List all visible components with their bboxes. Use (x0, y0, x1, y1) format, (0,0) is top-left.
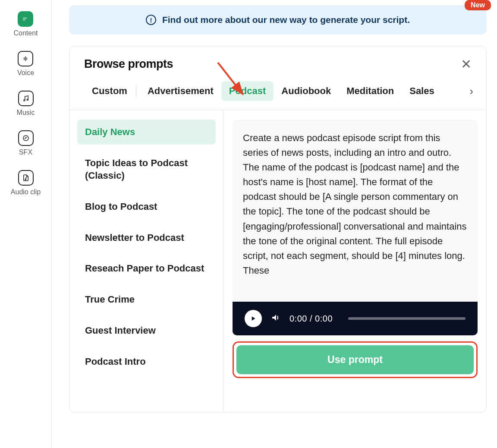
sidebar-item-voice[interactable]: Voice (17, 51, 34, 77)
modal-title: Browse prompts (84, 57, 173, 71)
sidebar-item-label: Audio clip (11, 188, 41, 196)
prompt-item-guest-interview[interactable]: Guest Interview (77, 318, 216, 343)
audioclip-icon (18, 170, 34, 186)
music-icon (18, 91, 34, 106)
prompt-item-podcast-intro[interactable]: Podcast Intro (77, 349, 216, 374)
audio-player: 0:00 / 0:00 (233, 302, 478, 335)
sfx-icon (18, 130, 34, 146)
sidebar-item-label: Music (17, 109, 35, 117)
svg-point-2 (23, 136, 28, 141)
prompt-item-daily-news[interactable]: Daily News (77, 120, 216, 145)
tabs-row: Custom Advertisement Podcast Audiobook M… (69, 81, 486, 110)
modal-body: Daily News Topic Ideas to Podcast (Class… (69, 110, 486, 412)
prompt-list: Daily News Topic Ideas to Podcast (Class… (69, 110, 224, 412)
prompt-item-true-crime[interactable]: True Crime (77, 287, 216, 312)
sidebar-item-content[interactable]: Content (13, 11, 38, 37)
voice-icon (18, 51, 33, 66)
svg-point-1 (27, 99, 28, 101)
prompt-detail: Create a news podcast episode script fro… (224, 110, 486, 412)
audio-progress[interactable] (348, 317, 466, 320)
sidebar-item-label: Voice (17, 69, 34, 77)
use-prompt-highlight: Use prompt (233, 341, 478, 378)
tab-advertisement[interactable]: Advertisement (140, 81, 221, 101)
tab-sales[interactable]: Sales (402, 81, 442, 101)
sidebar-item-label: Content (13, 29, 38, 37)
close-icon[interactable]: ✕ (461, 58, 472, 71)
tab-podcast[interactable]: Podcast (221, 81, 274, 101)
use-prompt-button[interactable]: Use prompt (236, 345, 474, 374)
prompt-item-research-paper[interactable]: Reseach Paper to Podcast (77, 256, 216, 281)
sidebar-item-sfx[interactable]: SFX (18, 130, 34, 156)
content-icon (18, 11, 33, 27)
sidebar: Content Voice Music SFX Audio clip (0, 0, 52, 448)
prompt-item-blog[interactable]: Blog to Podcast (77, 194, 216, 219)
svg-point-0 (23, 100, 25, 101)
prompt-item-topic-ideas[interactable]: Topic Ideas to Podcast (Classic) (77, 151, 216, 188)
tab-custom[interactable]: Custom (84, 81, 135, 101)
prompt-item-newsletter[interactable]: Newsletter to Podcast (77, 225, 216, 250)
tab-audiobook[interactable]: Audiobook (274, 81, 339, 101)
tab-meditation[interactable]: Meditation (339, 81, 402, 101)
browse-prompts-modal: Browse prompts ✕ Custom Advertisement Po… (69, 46, 487, 413)
info-icon: ! (146, 15, 156, 25)
prompt-preview: Create a news podcast episode script fro… (233, 120, 478, 335)
sidebar-item-music[interactable]: Music (17, 91, 35, 117)
sidebar-item-label: SFX (19, 148, 32, 156)
prompt-text: Create a news podcast episode script fro… (233, 120, 478, 302)
volume-icon[interactable] (271, 312, 281, 325)
sidebar-item-audioclip[interactable]: Audio clip (11, 170, 41, 196)
main-area: ! Find out more about our new way to gen… (52, 0, 497, 423)
play-button[interactable] (245, 310, 262, 327)
info-banner[interactable]: ! Find out more about our new way to gen… (69, 5, 487, 35)
chevron-right-icon[interactable]: › (468, 85, 475, 98)
banner-text: Find out more about our new way to gener… (162, 15, 410, 25)
modal-header: Browse prompts ✕ (69, 46, 486, 81)
audio-time: 0:00 / 0:00 (289, 314, 333, 324)
tab-divider (136, 85, 136, 97)
new-badge: New (465, 0, 491, 10)
